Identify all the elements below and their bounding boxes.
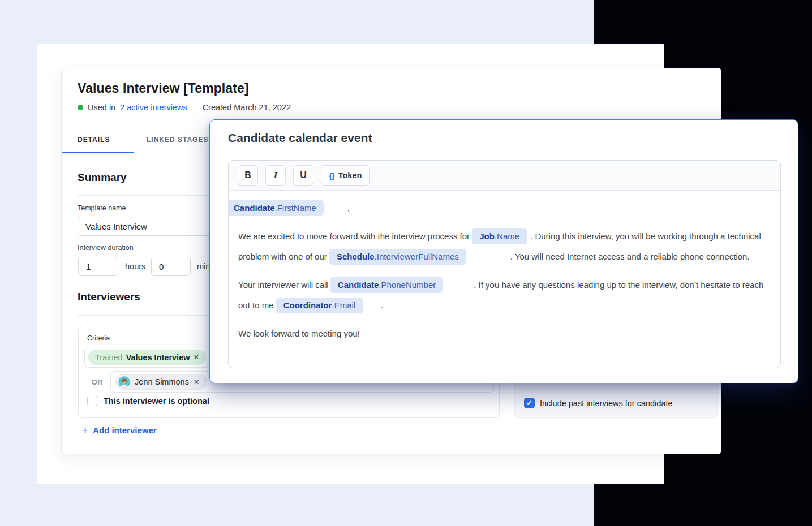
trained-criteria-chip[interactable]: Trained Values Interview ✕ (88, 350, 206, 365)
plus-icon: + (82, 425, 88, 436)
editor-paragraph: Candidate.FirstName, (238, 198, 771, 218)
merge-token[interactable]: Job.Name (472, 228, 527, 244)
or-label: OR (84, 378, 110, 386)
optional-interviewer-row: This interviewer is optional (87, 396, 209, 406)
bold-button[interactable]: B (238, 165, 258, 186)
rich-text-editor: B I U {} Token Candidate.FirstName,We ar… (228, 160, 781, 368)
active-status-dot (78, 105, 83, 110)
insert-token-button[interactable]: {} Token (321, 165, 370, 186)
tab-linked-stages-label: LINKED STAGES (147, 136, 208, 144)
page-title: Values Interview [Template] (78, 81, 249, 96)
active-interviews-link[interactable]: 2 active interviews (120, 103, 187, 112)
criteria-label: Criteria (87, 334, 110, 342)
status-row: Used in 2 active interviews Created Marc… (78, 102, 291, 112)
interviewers-heading: Interviewers (78, 291, 140, 303)
person-chip[interactable]: Jenn Simmons ✕ (115, 374, 207, 390)
created-label: Created March 21, 2022 (203, 103, 291, 112)
include-past-label: Include past interviews for candidate (540, 399, 673, 408)
tab-linked-stages[interactable]: LINKED STAGES (147, 127, 208, 153)
trained-prefix-label: Trained (95, 353, 123, 362)
editor-paragraph: We are excited to move forward with the … (238, 226, 771, 267)
editor-toolbar: B I U {} Token (229, 161, 780, 191)
duration-minutes-input[interactable] (151, 257, 191, 276)
tab-details-label: DETAILS (78, 136, 110, 144)
editor-content[interactable]: Candidate.FirstName,We are excited to mo… (229, 191, 780, 344)
modal-title-divider (228, 154, 781, 154)
tab-details[interactable]: DETAILS (78, 127, 110, 153)
summary-heading: Summary (78, 171, 127, 184)
add-interviewer-button[interactable]: + Add interviewer (82, 425, 157, 436)
used-in-label: Used in (88, 103, 115, 112)
person-name-label: Jenn Simmons (135, 377, 189, 386)
remove-person-chip-icon[interactable]: ✕ (194, 378, 200, 386)
check-icon: ✓ (526, 399, 532, 407)
editor-paragraph: We look forward to meeting you! (238, 324, 771, 344)
avatar (118, 376, 130, 388)
add-interviewer-label: Add interviewer (93, 425, 157, 435)
optional-interviewer-checkbox[interactable] (87, 396, 97, 406)
underline-button[interactable]: U (293, 165, 313, 186)
modal-title: Candidate calendar event (228, 131, 372, 145)
optional-interviewer-label: This interviewer is optional (104, 396, 209, 406)
include-past-row: ✓ Include past interviews for candidate (524, 398, 673, 408)
merge-token[interactable]: Coordinator.Email (276, 298, 363, 313)
italic-button[interactable]: I (265, 165, 286, 186)
braces-icon: {} (329, 171, 334, 180)
meta-divider (195, 102, 195, 112)
duration-hours-input[interactable] (78, 257, 118, 276)
trained-value-label: Values Interview (126, 353, 190, 362)
include-past-checkbox[interactable]: ✓ (524, 398, 535, 408)
token-button-label: Token (338, 171, 362, 180)
hours-unit-label: hours (125, 262, 145, 271)
merge-token[interactable]: Schedule.InterviewerFullNames (329, 249, 466, 265)
candidate-calendar-event-modal: Candidate calendar event B I U {} Token … (209, 119, 798, 383)
interview-duration-label: Interview duration (78, 244, 134, 252)
template-name-label: Template name (78, 204, 126, 212)
editor-paragraph: Your interviewer will call Candidate.Pho… (238, 275, 771, 316)
merge-token[interactable]: Candidate.FirstName (228, 200, 324, 216)
merge-token[interactable]: Candidate.PhoneNumber (330, 277, 443, 293)
active-tab-indicator (62, 152, 134, 153)
remove-trained-chip-icon[interactable]: ✕ (193, 353, 199, 361)
